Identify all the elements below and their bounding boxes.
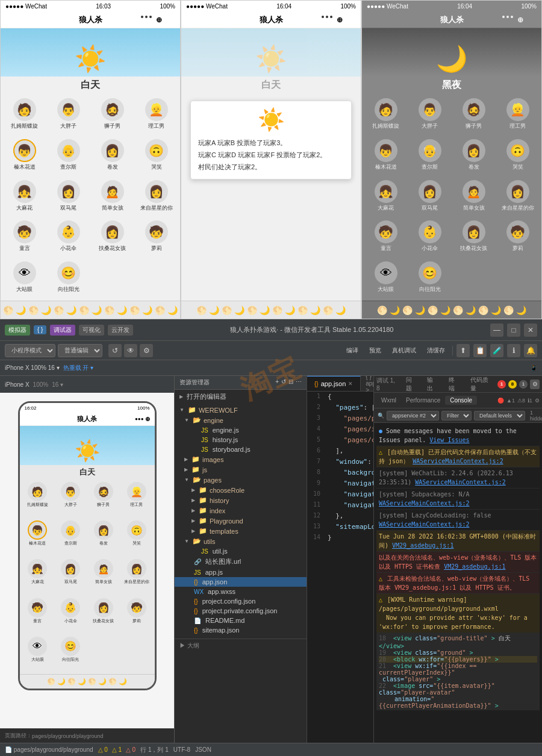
cert-link[interactable]: VM29_asdebug.js:1 xyxy=(444,563,505,570)
code-line: 6 ], xyxy=(307,446,373,457)
mini-avatar: 👩 xyxy=(94,520,113,540)
file-tree-images-folder[interactable]: ▶ 📁 images xyxy=(175,454,307,464)
file-project-config[interactable]: {} project.config.json xyxy=(175,596,307,606)
default-levels-select[interactable]: Default levels xyxy=(474,411,525,420)
chatlib-link[interactable]: WAServiceMainContext.js:2 xyxy=(415,479,506,486)
file-tree-root: ▼ 📁 WEREWOLF ▼ 📂 engine JS engine.js xyxy=(175,404,307,636)
tab-sourcecode[interactable]: 代码质量 xyxy=(466,376,496,394)
console-msg-cert1: 以及在关闭合法域名、web-view（业务域名）、TLS 版本以及 HTTPS … xyxy=(376,552,540,573)
subtab-performance[interactable]: Performance xyxy=(401,396,445,405)
detail-btn[interactable]: ℹ xyxy=(507,344,520,357)
page-route-status[interactable]: 📄 pages/playground/playground xyxy=(5,746,93,753)
player-name: 双马尾 xyxy=(60,204,76,212)
view-issues-link[interactable]: View Issues xyxy=(429,437,469,443)
mini-battery: 100% xyxy=(137,405,149,411)
badge-8: ⚠8 xyxy=(517,398,525,404)
tab-issues[interactable]: 问题 xyxy=(401,376,422,394)
file-app-wxss[interactable]: WX app.wxss xyxy=(175,587,307,596)
phone3-time: 16:04 xyxy=(457,3,472,10)
filter-icon: 🔍 xyxy=(378,413,384,419)
file-tree-templates-folder[interactable]: ▶ 📁 templates xyxy=(175,526,307,536)
file-tree-index-folder[interactable]: ▶ 📁 index xyxy=(175,505,307,516)
console-close-btn[interactable]: ⚙ xyxy=(535,398,540,404)
toolbar-btn-cloud[interactable]: 云开发 xyxy=(108,325,133,336)
phone1-players-grid: 🧑扎姆斯蝶旋 👨大胖子 🧔狮子男 👱理工男 👦榛木花道 👴查尔斯 👩卷发 🙃哭笑… xyxy=(1,95,180,301)
file-tree-engine-folder[interactable]: ▼ 📂 engine xyxy=(175,415,307,425)
file-app-js[interactable]: JS app.js xyxy=(175,567,307,577)
file-engine-js[interactable]: JS engine.js xyxy=(175,425,307,435)
subpkgs-link[interactable]: WAServiceMainContext.js:2 xyxy=(379,500,470,507)
file-tree-collapse-btn[interactable]: ⊟ xyxy=(288,378,293,387)
date-link[interactable]: VM29_asdebug.js:1 xyxy=(392,542,453,549)
file-app-json[interactable]: {} app.json xyxy=(175,577,307,587)
player-cell: 👧大麻花 xyxy=(364,178,407,218)
open-editors-item[interactable]: ▶ 打开的编辑器 xyxy=(175,391,307,402)
player-name: 大胖子 xyxy=(422,122,438,130)
toolbar-btn-visual[interactable]: 可视化 xyxy=(79,325,104,336)
filter-select[interactable]: Filter xyxy=(441,411,472,420)
toolbar-btn-debug[interactable]: 调试器 xyxy=(50,325,75,336)
file-url[interactable]: 🔗 站长图库.url xyxy=(175,556,307,567)
file-project-private-config[interactable]: {} project.private.config.json xyxy=(175,606,307,616)
file-tree-add-btn[interactable]: + xyxy=(275,378,279,387)
tab-realtest[interactable]: 真机调试 xyxy=(388,345,420,356)
phone1-nav-dots: ⊕ xyxy=(141,16,162,24)
lazycode-link[interactable]: WAServiceMainContext.js:2 xyxy=(379,521,470,528)
appservice-select[interactable]: appservice #2 xyxy=(387,411,439,420)
refresh-btn[interactable]: ↺ xyxy=(108,344,122,357)
code-line: 9 "navigationBarBackgroundColor": "#fff"… xyxy=(307,478,373,489)
tab-close-btn[interactable]: ✕ xyxy=(348,381,353,387)
file-tree-js-folder[interactable]: ▶ 📁 js xyxy=(175,464,307,475)
subtab-console[interactable]: Console xyxy=(445,396,477,405)
toolbar-btn-simulator[interactable]: 模拟器 xyxy=(5,325,30,336)
console-settings-btn[interactable]: ⚙ xyxy=(530,380,540,389)
file-tree-more-btn[interactable]: ⋯ xyxy=(296,378,302,387)
mini-player: 👩来自星星的你 xyxy=(120,558,153,596)
mode-select[interactable]: 小程序模式 xyxy=(5,344,55,357)
code-area[interactable]: 1 { 2 "pages": [ 3 "pages/playground/pla… xyxy=(307,392,373,743)
message-btn[interactable]: 🔔 xyxy=(524,344,537,357)
tab-compile[interactable]: 编译 xyxy=(343,345,362,356)
console-msg-date: Tue Jun 28 2022 16:02:38 GMT+0800 (中国标准时… xyxy=(376,531,540,552)
tab-preview[interactable]: 预览 xyxy=(366,345,385,356)
file-tree-refresh-btn[interactable]: ↺ xyxy=(281,378,286,387)
editor-tab-app-json[interactable]: {} app.json ✕ xyxy=(307,376,361,391)
file-readme[interactable]: 📄 README.md xyxy=(175,616,307,625)
test-btn[interactable]: 🧪 xyxy=(490,344,503,357)
player-avatar: 🧔 xyxy=(101,98,124,121)
upload-btn[interactable]: ⬆ xyxy=(456,344,470,357)
phone1-token-bar: 🌕🌙 🌕🌙 🌕🌙 🌕🌙 🌕🌙 🌕🌙 🌕🌙 xyxy=(1,301,180,319)
mini-player: 👩扶桑花女孩 xyxy=(87,597,120,635)
moon-icon: 🌙 xyxy=(436,44,467,73)
code-select[interactable]: 普通编辑 xyxy=(58,344,102,357)
file-tree-playground-folder[interactable]: ▶ 📁 Playground xyxy=(175,516,307,526)
close-btn[interactable]: ✕ xyxy=(524,323,537,337)
file-tree-history-folder[interactable]: ▶ 📁 history xyxy=(175,495,307,505)
file-util-js[interactable]: JS util.js xyxy=(175,546,307,556)
file-tree-utils-folder[interactable]: ▼ 📂 utils xyxy=(175,536,307,546)
expand-all-btn[interactable]: ▶ 大纲 xyxy=(179,642,199,649)
eye-btn[interactable]: 👁 xyxy=(124,344,137,357)
minimize-btn[interactable]: — xyxy=(490,323,503,337)
code-line-20: 20 <block wx:for="{{players}}" > xyxy=(379,656,537,663)
hot-reload-label[interactable]: 热重载 开 ▾ xyxy=(63,364,94,372)
tab-clearcache[interactable]: 清缓存 xyxy=(423,345,449,356)
file-tree-pages-folder[interactable]: ▼ 📂 pages xyxy=(175,475,307,485)
error-triangle-icon: △ xyxy=(379,575,382,582)
tab-terminal[interactable]: 终端 xyxy=(444,376,464,394)
version-btn[interactable]: 📋 xyxy=(473,344,487,357)
maximize-btn[interactable]: □ xyxy=(507,323,520,337)
file-sitemap[interactable]: {} sitemap.json xyxy=(175,625,307,635)
toolbar-btn-editor[interactable]: { } xyxy=(34,325,46,334)
tab-output[interactable]: 输出 xyxy=(422,376,443,394)
warn-count: 1 xyxy=(118,746,122,753)
file-tree-root-item[interactable]: ▼ 📁 WEREWOLF xyxy=(175,405,307,415)
file-tree-chooserole-folder[interactable]: ▶ 📁 chooseRole xyxy=(175,485,307,495)
phone1-battery: 100% xyxy=(160,3,175,10)
settings-btn[interactable]: ⚙ xyxy=(140,344,153,357)
file-history-js[interactable]: JS history.js xyxy=(175,435,307,445)
hotreload-source-link[interactable]: WAServiceMainContext.js:2 xyxy=(413,458,503,464)
subtab-wxml[interactable]: Wxml xyxy=(376,396,401,405)
mini-avatar: 👧 xyxy=(28,559,47,578)
file-storyboard-js[interactable]: JS storyboard.js xyxy=(175,445,307,454)
